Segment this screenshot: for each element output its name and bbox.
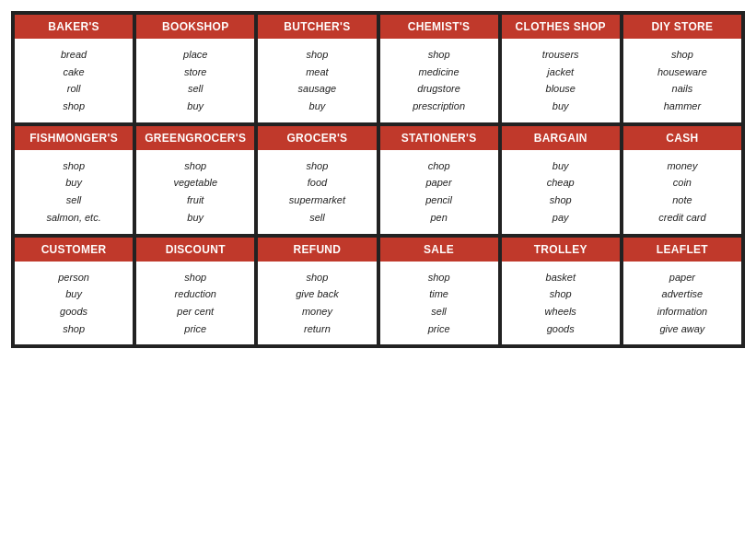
cell-item-r0-c3-i1: medicine: [419, 64, 459, 81]
cell-body-r1-c5: moneycoinnotecredit card: [623, 150, 741, 234]
cell-body-r1-c1: shopvegetablefruitbuy: [136, 150, 254, 234]
cell-item-r2-c0-i1: buy: [65, 285, 82, 303]
cell-r1-c1: GREENGROCER'Sshopvegetablefruitbuy: [134, 124, 256, 236]
cell-item-r0-c0-i1: cake: [63, 64, 84, 81]
cell-item-r2-c1-i2: per cent: [177, 303, 214, 320]
cell-item-r1-c0-i1: buy: [65, 174, 82, 192]
cell-item-r0-c4-i3: buy: [552, 98, 569, 115]
cell-item-r1-c3-i2: pencil: [425, 192, 452, 209]
cell-r1-c5: CASHmoneycoinnotecredit card: [622, 124, 743, 236]
cell-r1-c2: GROCER'Sshopfoodsupermarketsell: [256, 124, 378, 236]
cell-header-r0-c5: DIY STORE: [623, 15, 741, 39]
cell-item-r0-c2-i0: shop: [306, 46, 328, 64]
cell-item-r1-c4-i2: shop: [550, 192, 572, 209]
cell-item-r2-c0-i3: shop: [63, 320, 85, 338]
cell-item-r1-c5-i3: credit card: [658, 209, 705, 227]
cell-item-r1-c1-i2: fruit: [187, 192, 204, 209]
cell-item-r2-c2-i1: give back: [296, 285, 338, 303]
cell-body-r1-c4: buycheapshoppay: [502, 150, 620, 234]
cell-body-r2-c3: shoptimesellprice: [380, 262, 498, 345]
cell-item-r2-c0-i0: person: [58, 269, 89, 286]
cell-item-r1-c3-i1: paper: [426, 174, 452, 192]
cell-item-r0-c4-i2: blouse: [546, 80, 576, 98]
cell-item-r0-c5-i3: hammer: [664, 98, 701, 115]
cell-item-r2-c3-i2: sell: [431, 303, 447, 320]
cell-header-r1-c2: GROCER'S: [258, 126, 376, 150]
cell-header-r2-c5: LEAFLET: [623, 238, 741, 262]
cell-item-r0-c3-i0: shop: [428, 46, 450, 64]
cell-header-r2-c1: DISCOUNT: [136, 238, 254, 262]
cell-r1-c3: STATIONER'Schoppaperpencilpen: [378, 124, 500, 236]
cell-item-r1-c0-i2: sell: [66, 192, 82, 209]
cell-body-r2-c5: paperadvertiseinformationgive away: [623, 262, 741, 345]
cell-item-r2-c1-i0: shop: [184, 269, 206, 286]
main-grid: BAKER'SbreadcakerollshopBOOKSHOPplacesto…: [11, 11, 745, 348]
cell-body-r1-c2: shopfoodsupermarketsell: [258, 150, 376, 234]
cell-item-r0-c0-i2: roll: [67, 80, 81, 98]
cell-header-r2-c2: REFUND: [258, 238, 376, 262]
cell-item-r2-c3-i3: price: [428, 320, 450, 338]
cell-r2-c0: CUSTOMERpersonbuygoodsshop: [13, 236, 134, 347]
cell-item-r0-c0-i3: shop: [63, 98, 85, 115]
cell-header-r2-c0: CUSTOMER: [15, 238, 133, 262]
cell-item-r0-c1-i0: place: [183, 46, 207, 64]
cell-item-r1-c2-i1: food: [308, 174, 327, 192]
cell-body-r2-c1: shopreductionper centprice: [136, 262, 254, 345]
cell-r2-c1: DISCOUNTshopreductionper centprice: [134, 236, 256, 347]
cell-item-r2-c1-i3: price: [184, 320, 206, 338]
cell-header-r0-c3: CHEMIST'S: [380, 15, 498, 39]
cell-item-r2-c5-i0: paper: [669, 269, 695, 286]
cell-item-r2-c4-i1: shop: [550, 285, 572, 303]
cell-r0-c2: BUTCHER'Sshopmeatsausagebuy: [256, 13, 378, 124]
cell-item-r1-c3-i0: chop: [428, 157, 450, 175]
cell-item-r2-c4-i2: wheels: [545, 303, 576, 320]
cell-item-r0-c1-i3: buy: [187, 98, 204, 115]
cell-item-r2-c3-i1: time: [429, 285, 448, 303]
cell-item-r2-c4-i0: basket: [546, 269, 576, 286]
cell-body-r0-c4: trousersjacketblousebuy: [502, 39, 620, 122]
cell-header-r0-c2: BUTCHER'S: [258, 15, 376, 39]
cell-header-r1-c5: CASH: [623, 126, 741, 150]
cell-item-r0-c4-i0: trousers: [542, 46, 579, 64]
cell-item-r2-c2-i2: money: [302, 303, 332, 320]
cell-item-r1-c1-i0: shop: [184, 157, 206, 175]
cell-item-r1-c3-i3: pen: [430, 209, 447, 227]
cell-header-r1-c4: BARGAIN: [502, 126, 620, 150]
cell-item-r1-c0-i0: shop: [63, 157, 85, 175]
cell-r2-c4: TROLLEYbasketshopwheelsgoods: [500, 236, 622, 347]
cell-r2-c3: SALEshoptimesellprice: [378, 236, 500, 347]
cell-item-r0-c5-i0: shop: [671, 46, 693, 64]
cell-item-r0-c5-i2: nails: [672, 80, 693, 98]
cell-r0-c3: CHEMIST'Sshopmedicinedrugstoreprescripti…: [378, 13, 500, 124]
cell-r1-c4: BARGAINbuycheapshoppay: [500, 124, 622, 236]
cell-item-r0-c0-i0: bread: [61, 46, 87, 64]
cell-item-r2-c1-i1: reduction: [175, 285, 216, 303]
cell-item-r2-c5-i1: advertise: [662, 285, 704, 303]
cell-body-r0-c1: placestoresellbuy: [136, 39, 254, 122]
cell-item-r2-c0-i2: goods: [60, 303, 87, 320]
cell-body-r2-c0: personbuygoodsshop: [15, 262, 133, 345]
cell-item-r1-c2-i2: supermarket: [289, 192, 345, 209]
cell-item-r1-c5-i1: coin: [673, 174, 692, 192]
cell-item-r1-c2-i3: sell: [309, 209, 325, 227]
cell-item-r1-c5-i2: note: [672, 192, 692, 209]
cell-item-r2-c5-i3: give away: [659, 320, 704, 338]
cell-item-r1-c4-i1: cheap: [547, 174, 575, 192]
cell-header-r0-c4: CLOTHES SHOP: [502, 15, 620, 39]
cell-item-r0-c5-i1: houseware: [657, 64, 707, 81]
cell-body-r2-c2: shopgive backmoneyreturn: [258, 262, 376, 345]
cell-r0-c4: CLOTHES SHOPtrousersjacketblousebuy: [500, 13, 622, 124]
cell-item-r2-c5-i2: information: [657, 303, 707, 320]
cell-item-r2-c4-i3: goods: [547, 320, 575, 338]
cell-header-r0-c1: BOOKSHOP: [136, 15, 254, 39]
cell-r2-c5: LEAFLETpaperadvertiseinformationgive awa…: [622, 236, 743, 347]
cell-header-r0-c0: BAKER'S: [15, 15, 133, 39]
cell-r2-c2: REFUNDshopgive backmoneyreturn: [256, 236, 378, 347]
cell-item-r0-c3-i3: prescription: [413, 98, 465, 115]
cell-item-r0-c2-i3: buy: [309, 98, 326, 115]
cell-item-r0-c2-i1: meat: [306, 64, 328, 81]
cell-item-r1-c2-i0: shop: [306, 157, 328, 175]
cell-header-r1-c3: STATIONER'S: [380, 126, 498, 150]
cell-header-r1-c1: GREENGROCER'S: [136, 126, 254, 150]
cell-r0-c5: DIY STOREshophousewarenailshammer: [622, 13, 743, 124]
